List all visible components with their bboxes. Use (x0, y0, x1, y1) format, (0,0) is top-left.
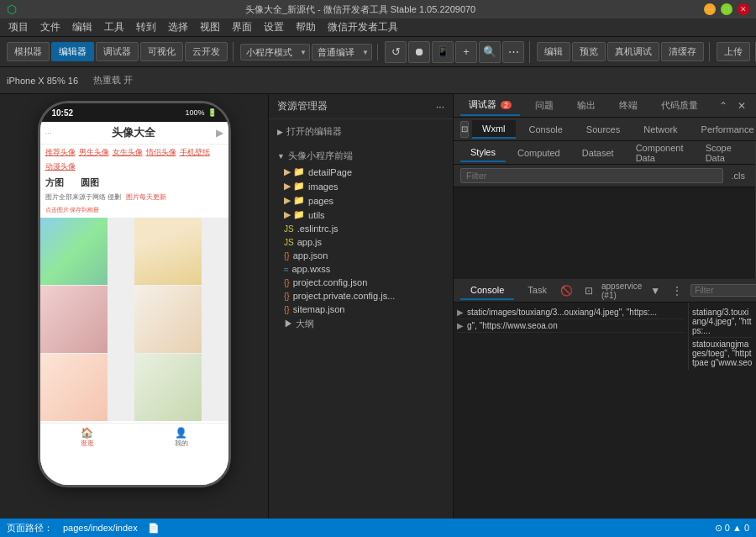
image-cell-5[interactable] (40, 354, 108, 421)
menu-tools[interactable]: 工具 (99, 18, 129, 36)
console-tab-task[interactable]: Task (517, 282, 557, 300)
image-grid (40, 218, 228, 421)
compile-select-wrap[interactable]: 普通编译 (312, 44, 372, 61)
tab-mine[interactable]: 👤 我的 (134, 427, 228, 448)
console-tab-console[interactable]: Console (460, 282, 514, 300)
filter-input[interactable] (460, 168, 723, 183)
dt-close-button[interactable]: ✕ (734, 98, 749, 113)
compile-select[interactable]: 普通编译 (312, 44, 372, 61)
expand-icon[interactable]: ▶ (457, 308, 464, 317)
image-cell-2[interactable] (134, 218, 202, 285)
menu-wechat[interactable]: 微信开发者工具 (323, 18, 403, 36)
mode-select-wrap[interactable]: 小程序模式 (240, 44, 310, 61)
menu-goto[interactable]: 转到 (131, 18, 161, 36)
console-clear-button[interactable]: 🚫 (557, 283, 576, 298)
nav-boy[interactable]: 男生头像 (79, 147, 109, 158)
appservice-more[interactable]: ⋮ (669, 283, 685, 298)
menu-edit[interactable]: 编辑 (67, 18, 97, 36)
fm-item-sitemap[interactable]: {} sitemap.json (281, 303, 448, 316)
wxml-tab-console[interactable]: Console (519, 121, 573, 138)
menu-interface[interactable]: 界面 (227, 18, 257, 36)
compile-button[interactable]: 编辑 (537, 42, 570, 61)
tab-browse[interactable]: 🏠 逛逛 (40, 427, 134, 448)
dt-tab-quality[interactable]: 代码质量 (653, 96, 706, 115)
record-button[interactable]: ⏺ (408, 41, 430, 63)
fm-more-icon[interactable]: ··· (436, 101, 444, 113)
real-device-button[interactable]: 真机调试 (607, 42, 659, 61)
image-cell-6[interactable] (134, 354, 202, 421)
wxml-tab-performance[interactable]: Performance (691, 121, 756, 138)
cache-button[interactable]: 清缓存 (661, 42, 704, 61)
wxml-tab-wxml[interactable]: Wxml (472, 120, 516, 139)
mode-select[interactable]: 小程序模式 (240, 44, 310, 61)
wxml-tab-network[interactable]: Network (633, 121, 687, 138)
cls-button[interactable]: .cls (728, 169, 749, 182)
mode-group: 小程序模式 普通编译 (240, 44, 378, 61)
fm-item-utils[interactable]: ▶ 📁 utils (281, 208, 448, 222)
dt-tab-debugger[interactable]: 调试器 2 (460, 95, 520, 116)
dt-tab-problems[interactable]: 问题 (527, 96, 562, 115)
more-button[interactable]: ⋯ (502, 41, 524, 63)
expand-icon2[interactable]: ▶ (457, 321, 464, 330)
menu-help[interactable]: 帮助 (291, 18, 321, 36)
menu-bar: 项目 文件 编辑 工具 转到 选择 视图 界面 设置 帮助 微信开发者工具 (0, 18, 756, 37)
simulator-button[interactable]: 模拟器 (7, 42, 50, 61)
device-button[interactable]: 📱 (432, 41, 454, 63)
menu-project[interactable]: 项目 (3, 18, 34, 36)
image-cell-3[interactable] (40, 286, 108, 353)
file-icon-appwxss: ≈ (284, 265, 289, 274)
console-expand-button[interactable]: ⊡ (581, 283, 596, 298)
nav-couple[interactable]: 情侣头像 (146, 147, 176, 158)
cloud-button[interactable]: 云开发 (185, 42, 228, 61)
console-filter-input[interactable] (690, 284, 756, 297)
debugger-button[interactable]: 调试器 (96, 42, 139, 61)
fm-item-images[interactable]: ▶ 📁 images (281, 179, 448, 193)
image-cell-4[interactable] (134, 286, 202, 353)
minimize-button[interactable]: — (704, 3, 716, 15)
status-left: 页面路径： pages/index/index 📄 (7, 522, 160, 534)
fm-item-eslintrc[interactable]: JS .eslintrc.js (281, 222, 448, 235)
fm-item-outline[interactable]: ▶ 大纲 (281, 316, 448, 332)
fm-item-appjs[interactable]: JS app.js (281, 235, 448, 249)
fm-item-appwxss[interactable]: ≈ app.wxss (281, 262, 448, 276)
browse-icon: 🏠 (40, 427, 134, 439)
nav-recommend[interactable]: 推荐头像 (45, 147, 76, 158)
styles-tab-computed[interactable]: Computed (507, 145, 570, 161)
fm-item-appjson[interactable]: {} app.json (281, 249, 448, 262)
wxml-element-picker[interactable]: ⊡ (460, 121, 469, 138)
styles-tab-component[interactable]: Component Data (626, 141, 694, 166)
fm-item-pages[interactable]: ▶ 📁 pages (281, 193, 448, 208)
dt-tab-output[interactable]: 输出 (569, 96, 604, 115)
add-page-button[interactable]: + (455, 41, 477, 63)
dt-tab-terminal[interactable]: 终端 (611, 96, 646, 115)
nav-wallpaper[interactable]: 手机壁纸 (180, 147, 210, 158)
dt-collapse-button[interactable]: ⌃ (716, 98, 731, 113)
nav-girl[interactable]: 女生头像 (113, 147, 143, 158)
menu-view[interactable]: 视图 (195, 18, 225, 36)
fm-open-editors-title[interactable]: ▶ 打开的编辑器 (274, 123, 448, 140)
editor-button[interactable]: 编辑器 (51, 42, 94, 61)
preview-button[interactable]: 预览 (572, 42, 606, 61)
styles-tab-styles[interactable]: Styles (460, 144, 506, 162)
appservice-dropdown[interactable]: ▼ (647, 283, 664, 298)
close-button[interactable]: ✕ (738, 3, 749, 15)
fm-project-title[interactable]: ▼ 头像小程序前端 (274, 147, 448, 165)
maximize-button[interactable]: □ (721, 3, 732, 15)
image-cell-1[interactable] (40, 218, 108, 285)
wxml-tab-sources[interactable]: Sources (576, 121, 630, 138)
search-button[interactable]: 🔍 (479, 41, 501, 63)
nav-anime[interactable]: 动漫头像 (45, 161, 76, 172)
fm-item-projectconfig[interactable]: {} project.config.json (281, 276, 448, 289)
visual-button[interactable]: 可视化 (140, 42, 183, 61)
fm-item-projectprivate[interactable]: {} project.private.config.js... (281, 289, 448, 303)
upload-button[interactable]: 上传 (717, 42, 750, 61)
window-controls: — □ ✕ (704, 3, 749, 15)
hotreload-label[interactable]: 热重载 开 (93, 74, 133, 87)
menu-settings[interactable]: 设置 (259, 18, 289, 36)
fm-item-detailPage[interactable]: ▶ 📁 detailPage (281, 165, 448, 179)
menu-file[interactable]: 文件 (35, 18, 66, 36)
refresh-button[interactable]: ↺ (385, 41, 407, 63)
styles-tab-scope[interactable]: Scope Data (696, 141, 748, 166)
menu-select[interactable]: 选择 (163, 18, 193, 36)
styles-tab-dataset[interactable]: Dataset (572, 145, 624, 161)
